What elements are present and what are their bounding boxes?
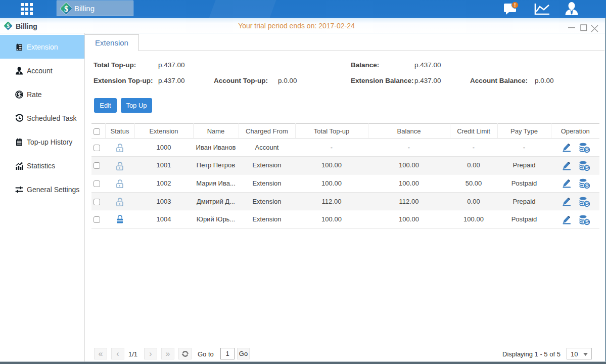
svg-text:S: S bbox=[585, 183, 589, 189]
svg-text:!: ! bbox=[514, 3, 516, 8]
svg-text:S: S bbox=[585, 165, 589, 171]
svg-text:$: $ bbox=[64, 4, 68, 13]
svg-text:S: S bbox=[585, 219, 589, 225]
svg-text:S: S bbox=[585, 201, 589, 207]
svg-text:S: S bbox=[585, 147, 589, 153]
